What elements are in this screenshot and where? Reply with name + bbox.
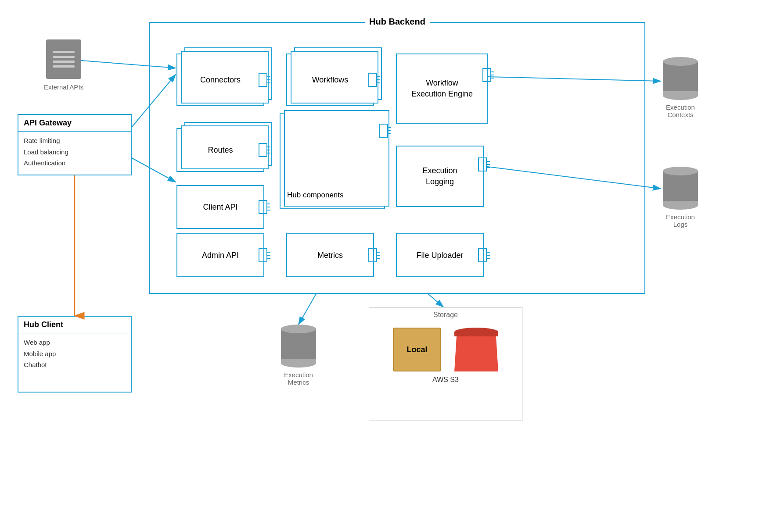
connectors-box: Connectors	[176, 54, 264, 106]
execution-contexts-db: ExecutionContexts	[663, 57, 698, 118]
client-api-box: Client API	[176, 185, 264, 229]
mobile-app-text: Mobile app	[24, 348, 126, 360]
svg-line-50	[299, 294, 316, 325]
web-app-text: Web app	[24, 337, 126, 348]
svg-rect-16	[380, 124, 388, 137]
admin-api-label: Admin API	[177, 234, 263, 276]
api-gateway-body: Rate limiting Load balancing Authenticat…	[18, 132, 131, 172]
api-gateway-box: API Gateway Rate limiting Load balancing…	[18, 114, 132, 175]
svg-rect-8	[483, 68, 491, 82]
storage-items: Local	[369, 328, 522, 371]
diagram-container: External APIs API Gateway Rate limiting …	[0, 0, 759, 532]
rate-limiting-text: Rate limiting	[24, 135, 126, 146]
svg-rect-28	[259, 249, 267, 262]
execution-logging-label: ExecutionLogging	[397, 146, 483, 206]
api-gateway-title: API Gateway	[18, 115, 131, 132]
workflow-execution-engine-label: WorkflowExecution Engine	[397, 54, 487, 123]
svg-line-51	[428, 294, 443, 307]
metrics-label: Metrics	[287, 234, 373, 276]
workflows-label: Workflows	[287, 54, 373, 105]
execution-logging-box: ExecutionLogging	[396, 146, 484, 207]
local-label: Local	[406, 345, 427, 354]
hub-client-body: Web app Mobile app Chatbot	[18, 333, 131, 374]
routes-box: Routes	[176, 128, 264, 172]
execution-logs-label: ExecutionLogs	[666, 213, 695, 228]
hub-backend-box: Hub Backend Connectors Workflows	[149, 22, 645, 294]
hub-components-box: Hub components	[280, 113, 385, 209]
hub-client-box: Hub Client Web app Mobile app Chatbot	[18, 316, 132, 393]
hub-components-label: Hub components	[287, 191, 344, 200]
aws-s3-bucket	[454, 328, 498, 371]
svg-rect-0	[259, 73, 267, 86]
svg-rect-36	[478, 249, 486, 262]
external-apis: External APIs	[44, 39, 83, 91]
file-uploader-box: File Uploader	[396, 233, 484, 277]
aws-s3-label: AWS S3	[369, 376, 522, 384]
load-balancing-text: Load balancing	[24, 146, 126, 158]
execution-logs-db: ExecutionLogs	[663, 167, 698, 228]
execution-metrics-db: ExecutionMetrics	[281, 325, 316, 386]
svg-rect-32	[369, 249, 377, 262]
execution-metrics-label: ExecutionMetrics	[284, 371, 313, 386]
metrics-box: Metrics	[286, 233, 374, 277]
svg-rect-24	[259, 200, 267, 214]
client-api-label: Client API	[177, 186, 263, 228]
workflows-box: Workflows	[286, 54, 374, 106]
svg-rect-12	[259, 143, 267, 157]
connectors-label: Connectors	[177, 54, 263, 105]
external-apis-label: External APIs	[44, 83, 83, 91]
storage-box: Storage Local AWS S3	[369, 307, 522, 421]
file-uploader-label: File Uploader	[397, 234, 483, 276]
chatbot-text: Chatbot	[24, 359, 126, 371]
svg-rect-20	[478, 158, 486, 171]
hub-backend-title: Hub Backend	[365, 17, 430, 27]
execution-contexts-label: ExecutionContexts	[666, 104, 695, 118]
workflow-execution-engine-box: WorkflowExecution Engine	[396, 54, 488, 124]
hub-client-title: Hub Client	[18, 317, 131, 333]
svg-rect-4	[369, 73, 377, 86]
storage-title: Storage	[369, 311, 522, 319]
authentication-text: Authentication	[24, 157, 126, 169]
admin-api-box: Admin API	[176, 233, 264, 277]
routes-label: Routes	[177, 129, 263, 171]
local-storage: Local	[393, 328, 441, 371]
